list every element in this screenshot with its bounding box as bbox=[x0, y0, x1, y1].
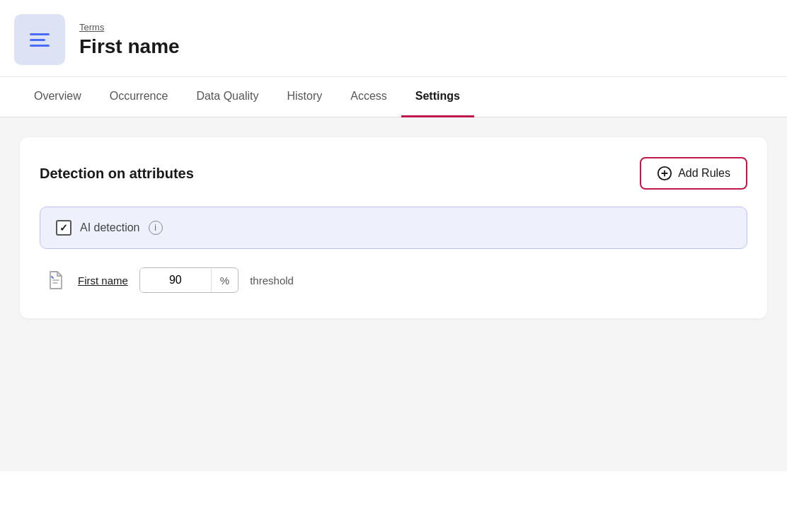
doc-icon-wrapper bbox=[45, 270, 67, 291]
threshold-percent: % bbox=[211, 269, 238, 292]
info-icon[interactable]: i bbox=[149, 221, 163, 235]
threshold-row: First name % threshold bbox=[40, 262, 747, 299]
detection-card: Detection on attributes Add Rules ✓ AI d… bbox=[20, 137, 767, 318]
ai-detection-row: ✓ AI detection i bbox=[40, 207, 747, 249]
ai-detection-checkbox[interactable]: ✓ bbox=[56, 220, 71, 236]
ai-detection-label: AI detection bbox=[80, 221, 140, 234]
first-name-link[interactable]: First name bbox=[78, 274, 128, 287]
nav-tabs: Overview Occurrence Data Quality History… bbox=[0, 77, 787, 117]
page-title: First name bbox=[79, 35, 180, 58]
breadcrumb[interactable]: Terms bbox=[79, 22, 180, 33]
add-rules-button[interactable]: Add Rules bbox=[640, 157, 747, 190]
threshold-label: threshold bbox=[250, 274, 294, 287]
header-icon-box bbox=[14, 14, 65, 65]
tab-overview[interactable]: Overview bbox=[20, 77, 96, 117]
plus-circle-icon bbox=[657, 166, 672, 181]
main-content: Detection on attributes Add Rules ✓ AI d… bbox=[0, 117, 787, 471]
threshold-input[interactable] bbox=[140, 268, 211, 292]
add-rules-label: Add Rules bbox=[678, 167, 730, 180]
card-header: Detection on attributes Add Rules bbox=[40, 157, 747, 190]
hamburger-icon bbox=[30, 33, 50, 47]
card-title: Detection on attributes bbox=[40, 166, 194, 182]
page-header: Terms First name bbox=[0, 0, 787, 77]
header-text: Terms First name bbox=[79, 22, 180, 58]
tab-history[interactable]: History bbox=[272, 77, 336, 117]
tab-data-quality[interactable]: Data Quality bbox=[182, 77, 272, 117]
document-icon bbox=[48, 271, 64, 289]
threshold-input-group: % bbox=[139, 267, 239, 293]
checkmark-icon: ✓ bbox=[59, 222, 68, 233]
tab-settings[interactable]: Settings bbox=[401, 77, 474, 117]
tab-occurrence[interactable]: Occurrence bbox=[96, 77, 183, 117]
tab-access[interactable]: Access bbox=[336, 77, 401, 117]
